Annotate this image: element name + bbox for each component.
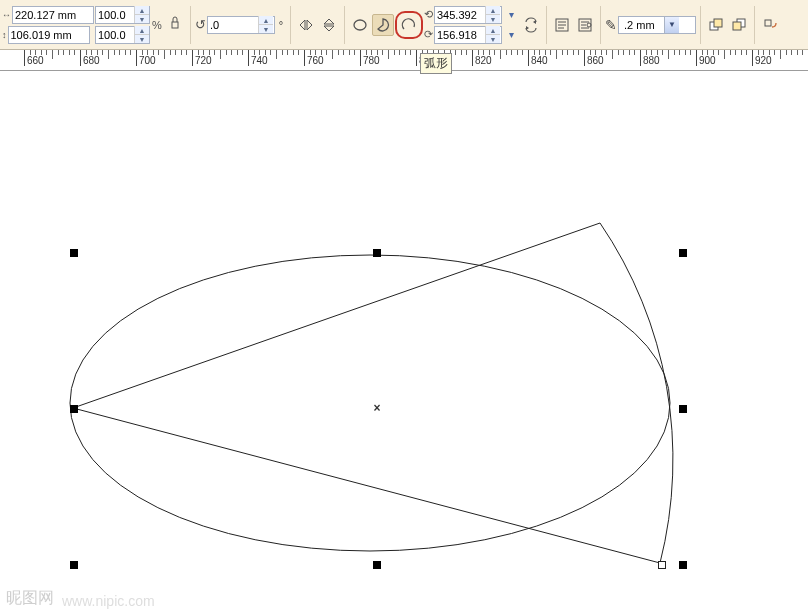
outline-width-input[interactable]: [622, 17, 664, 33]
selection-handle[interactable]: [373, 561, 381, 569]
percent-label: %: [151, 19, 163, 31]
wrap-settings-button[interactable]: [574, 14, 596, 36]
angle-end-icon: ⟳: [424, 28, 433, 41]
selection-handle[interactable]: [679, 561, 687, 569]
outline-pen-icon: ✎: [605, 17, 617, 33]
angle-start-icon: ⟲: [424, 8, 433, 21]
arc-end-apply[interactable]: ▾: [503, 27, 519, 43]
rotation-input[interactable]: [208, 18, 258, 32]
object-position-group: ↔ ↕: [2, 6, 94, 44]
rotation-spinner[interactable]: ▲▼: [258, 16, 273, 33]
selection-center: ×: [373, 401, 380, 415]
selection-handle[interactable]: [679, 405, 687, 413]
arc-angle-group: ⟲ ▲▼ ▾ ⟳ ▲▼ ▾: [424, 6, 519, 44]
arc-start-spinner[interactable]: ▲▼: [485, 6, 500, 23]
scale-y-spinner[interactable]: ▲▼: [134, 26, 149, 43]
watermark-url: www.nipic.com: [62, 593, 155, 609]
pie-tool-button[interactable]: [372, 14, 394, 36]
arc-start-angle-input[interactable]: [435, 8, 485, 22]
scale-group: ▲▼ ▲▼: [95, 6, 150, 44]
arc-endpoint-node[interactable]: [658, 561, 666, 569]
svg-rect-9: [765, 20, 771, 26]
arc-tooltip: 弧形: [420, 53, 452, 74]
selection-handle[interactable]: [70, 561, 78, 569]
mirror-vertical-button[interactable]: [318, 14, 340, 36]
to-back-button[interactable]: [728, 14, 750, 36]
svg-rect-8: [733, 22, 741, 30]
svg-rect-0: [172, 22, 178, 28]
svg-point-10: [70, 255, 670, 551]
arc-end-angle-input[interactable]: [435, 28, 485, 42]
selection-handle[interactable]: [70, 405, 78, 413]
horizontal-ruler: 6606807007207407607808008208408608809009…: [0, 50, 808, 71]
height-icon: ↕: [2, 30, 7, 40]
wrap-paragraph-button[interactable]: [551, 14, 573, 36]
watermark-brand: 昵图网: [6, 588, 54, 609]
arc-end-spinner[interactable]: ▲▼: [485, 26, 500, 43]
arc-tool-button[interactable]: [398, 14, 420, 36]
arc-start-apply[interactable]: ▾: [503, 7, 519, 23]
mirror-horizontal-button[interactable]: [295, 14, 317, 36]
selection-handle[interactable]: [70, 249, 78, 257]
to-front-button[interactable]: [705, 14, 727, 36]
svg-point-1: [354, 20, 366, 30]
scale-x-input[interactable]: [96, 8, 134, 22]
chevron-down-icon[interactable]: ▼: [664, 17, 679, 33]
selected-arc-shape[interactable]: [0, 73, 808, 615]
lock-ratio-button[interactable]: [164, 14, 186, 36]
scale-y-input[interactable]: [96, 28, 134, 42]
swap-direction-button[interactable]: [520, 14, 542, 36]
drawing-canvas[interactable]: ×: [0, 73, 808, 615]
selection-handle[interactable]: [679, 249, 687, 257]
svg-rect-6: [714, 19, 722, 27]
watermark: 昵图网 www.nipic.com: [6, 588, 155, 609]
outline-width-select[interactable]: ▼: [618, 16, 696, 34]
degree-label: °: [276, 19, 286, 31]
rotation-group: ↺ ▲▼ °: [195, 16, 286, 34]
rotate-icon: ↺: [195, 17, 206, 32]
ellipse-tool-button[interactable]: [349, 14, 371, 36]
property-bar: ↔ ↕ ▲▼ ▲▼ % ↺ ▲▼ °: [0, 0, 808, 50]
scale-x-spinner[interactable]: ▲▼: [134, 6, 149, 23]
convert-curves-button[interactable]: [759, 14, 781, 36]
width-icon: ↔: [2, 10, 11, 20]
svg-point-4: [587, 23, 591, 27]
arc-highlight: [395, 11, 423, 39]
selection-handle[interactable]: [373, 249, 381, 257]
